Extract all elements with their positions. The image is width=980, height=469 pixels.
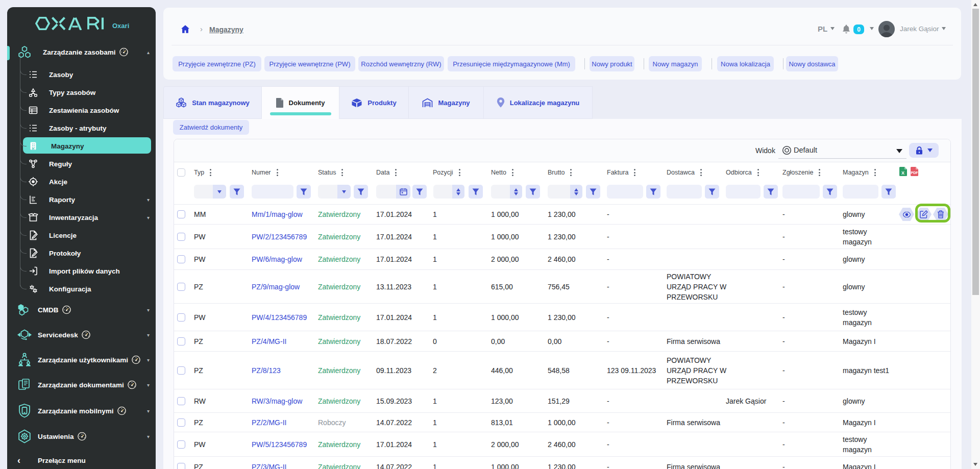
svg-text:X: X (901, 170, 904, 176)
svg-text:PDF: PDF (911, 171, 919, 175)
